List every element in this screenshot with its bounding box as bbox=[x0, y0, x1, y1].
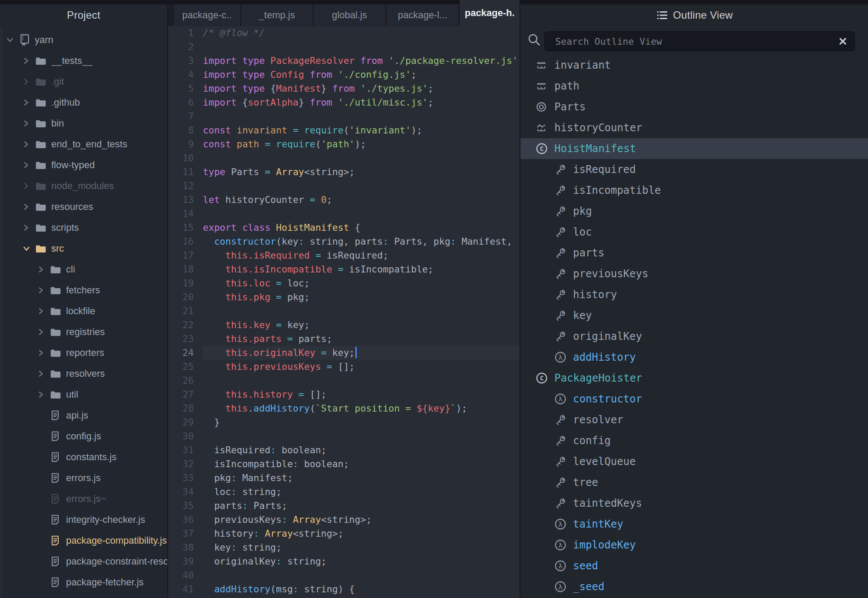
code-line-34[interactable]: 34 loc: string; bbox=[168, 485, 520, 499]
code-line-17[interactable]: 17 this.isRequired = isRequired; bbox=[168, 249, 520, 262]
tree-item-flow-typed[interactable]: flow-typed bbox=[0, 155, 167, 176]
code-line-28[interactable]: 28 this.addHistory(`Start position = ${k… bbox=[168, 402, 520, 415]
code-line-14[interactable]: 14 bbox=[168, 207, 520, 221]
code-line-12[interactable]: 12 bbox=[168, 179, 520, 193]
tree-item-yarn[interactable]: yarn bbox=[0, 30, 167, 50]
outline-item-pkg[interactable]: pkg bbox=[520, 201, 868, 222]
code-line-38[interactable]: 38 key: string; bbox=[168, 541, 520, 555]
chevron-right-icon[interactable] bbox=[36, 306, 50, 316]
code-line-21[interactable]: 21 bbox=[168, 304, 520, 318]
code-line-18[interactable]: 18 this.isIncompatible = isIncompatible; bbox=[168, 262, 520, 276]
code-line-33[interactable]: 33 pkg: Manifest; bbox=[168, 471, 520, 485]
outline-item-tree[interactable]: tree bbox=[520, 472, 868, 493]
code-line-30[interactable]: 30 bbox=[168, 429, 520, 443]
tree-item-end_to_end_tests[interactable]: end_to_end_tests bbox=[0, 134, 167, 155]
chevron-right-icon[interactable] bbox=[22, 223, 35, 233]
outline-item-constructor[interactable]: λconstructor bbox=[520, 389, 868, 409]
outline-item-key[interactable]: key bbox=[520, 305, 868, 326]
outline-item-taintKey[interactable]: λtaintKey bbox=[520, 514, 868, 535]
chevron-right-icon[interactable] bbox=[36, 265, 50, 274]
tree-item-package-constraint-resolver.js[interactable]: package-constraint-resolver.js bbox=[0, 551, 167, 572]
tree-item-util[interactable]: util bbox=[0, 384, 167, 405]
code-line-3[interactable]: 3import type PackageResolver from './pac… bbox=[168, 54, 520, 68]
chevron-down-icon[interactable] bbox=[5, 36, 18, 44]
tree-item-errors.js[interactable]: errors.js bbox=[0, 468, 167, 488]
outline-item-history[interactable]: history bbox=[520, 284, 868, 305]
code-line-5[interactable]: 5import type {Manifest} from './types.js… bbox=[168, 82, 520, 96]
outline-item-originalKey[interactable]: originalKey bbox=[520, 326, 868, 347]
code-line-6[interactable]: 6import {sortAlpha} from './util/misc.js… bbox=[168, 96, 520, 110]
outline-item-addHistory[interactable]: λaddHistory bbox=[520, 347, 868, 368]
code-line-27[interactable]: 27 this.history = []; bbox=[168, 388, 520, 402]
tree-item-fetchers[interactable]: fetchers bbox=[0, 280, 167, 301]
tree-item-__tests__[interactable]: __tests__ bbox=[0, 50, 167, 71]
tab-global.js[interactable]: global.js bbox=[314, 4, 386, 26]
chevron-right-icon[interactable] bbox=[36, 327, 50, 337]
code-line-15[interactable]: 15export class HoistManifest { bbox=[168, 221, 520, 235]
chevron-down-icon[interactable] bbox=[22, 244, 35, 253]
tree-item-resolvers[interactable]: resolvers bbox=[0, 363, 167, 384]
tree-item-node_modules[interactable]: node_modules bbox=[0, 176, 167, 196]
code-line-32[interactable]: 32 isIncompatible: boolean; bbox=[168, 457, 520, 471]
tab-_temp.js[interactable]: _temp.js bbox=[241, 4, 314, 26]
tree-item-registries[interactable]: registries bbox=[0, 322, 167, 342]
tree-item-integrity-checker.js[interactable]: integrity-checker.js bbox=[0, 509, 167, 530]
code-line-4[interactable]: 4import type Config from './config.js'; bbox=[168, 68, 520, 82]
clear-search-icon[interactable] bbox=[838, 37, 855, 46]
code-line-29[interactable]: 29 } bbox=[168, 415, 520, 429]
code-line-36[interactable]: 36 previousKeys: Array<string>; bbox=[168, 513, 520, 527]
code-line-10[interactable]: 10 bbox=[168, 151, 520, 165]
code-line-22[interactable]: 22 this.key = key; bbox=[168, 318, 520, 332]
chevron-right-icon[interactable] bbox=[22, 77, 35, 86]
tree-item-.github[interactable]: .github bbox=[0, 92, 167, 113]
outline-item-taintedKeys[interactable]: taintedKeys bbox=[520, 493, 868, 514]
code-line-20[interactable]: 20 this.pkg = pkg; bbox=[168, 290, 520, 304]
chevron-right-icon[interactable] bbox=[22, 119, 35, 128]
search-input[interactable] bbox=[545, 36, 838, 47]
chevron-right-icon[interactable] bbox=[22, 98, 35, 107]
tree-item-config.js[interactable]: config.js bbox=[0, 426, 167, 447]
code-line-26[interactable]: 26 bbox=[168, 374, 520, 388]
code-line-8[interactable]: 8const invariant = require('invariant'); bbox=[168, 123, 520, 137]
outline-item-_seed[interactable]: λ_seed bbox=[520, 576, 868, 597]
chevron-right-icon[interactable] bbox=[22, 181, 35, 191]
tree-item-cli[interactable]: cli bbox=[0, 259, 167, 280]
code-line-25[interactable]: 25 this.previousKeys = []; bbox=[168, 360, 520, 374]
outline-item-invariant[interactable]: invariant bbox=[520, 55, 868, 76]
outline-item-HoistManifest[interactable]: CHoistManifest bbox=[520, 138, 868, 159]
code-line-35[interactable]: 35 parts: Parts; bbox=[168, 499, 520, 513]
outline-item-PackageHoister[interactable]: CPackageHoister bbox=[520, 368, 868, 389]
chevron-right-icon[interactable] bbox=[22, 202, 35, 212]
chevron-right-icon[interactable] bbox=[36, 348, 50, 358]
outline-item-isIncompatible[interactable]: isIncompatible bbox=[520, 180, 868, 201]
outline-item-seed[interactable]: λseed bbox=[520, 555, 868, 576]
outline-item-loc[interactable]: loc bbox=[520, 222, 868, 243]
code-line-13[interactable]: 13let historyCounter = 0; bbox=[168, 193, 520, 207]
tree-item-.git[interactable]: .git bbox=[0, 71, 167, 92]
outline-item-resolver[interactable]: resolver bbox=[520, 409, 868, 430]
chevron-right-icon[interactable] bbox=[36, 286, 50, 295]
outline-item-historyCounter[interactable]: historyCounter bbox=[520, 117, 868, 138]
tree-item-bin[interactable]: bin bbox=[0, 113, 167, 134]
tab-package-l...[interactable]: package-l... bbox=[386, 4, 460, 26]
outline-item-previousKeys[interactable]: previousKeys bbox=[520, 263, 868, 284]
code-line-9[interactable]: 9const path = require('path'); bbox=[168, 137, 520, 151]
tree-item-errors.js~[interactable]: errors.js~ bbox=[0, 488, 167, 509]
code-line-24[interactable]: 24 this.originalKey = key; bbox=[168, 346, 520, 360]
outline-item-parts[interactable]: parts bbox=[520, 243, 868, 263]
tree-item-api.js[interactable]: api.js bbox=[0, 405, 167, 426]
chevron-right-icon[interactable] bbox=[36, 369, 50, 379]
code-line-31[interactable]: 31 isRequired: boolean; bbox=[168, 443, 520, 457]
code-line-7[interactable]: 7 bbox=[168, 110, 520, 123]
code-line-40[interactable]: 40 bbox=[168, 568, 520, 582]
code-area[interactable]: 1/* @flow */23import type PackageResolve… bbox=[168, 26, 520, 598]
code-line-41[interactable]: 41 addHistory(msg: string) { bbox=[168, 582, 520, 596]
tree-item-lockfile[interactable]: lockfile bbox=[0, 301, 167, 322]
chevron-right-icon[interactable] bbox=[22, 140, 35, 149]
tree-item-constants.js[interactable]: constants.js bbox=[0, 447, 167, 468]
tree-item-resources[interactable]: resources bbox=[0, 196, 167, 217]
code-line-1[interactable]: 1/* @flow */ bbox=[168, 26, 520, 40]
tree-item-reporters[interactable]: reporters bbox=[0, 342, 167, 363]
outline-item-levelQueue[interactable]: levelQueue bbox=[520, 451, 868, 472]
code-line-23[interactable]: 23 this.parts = parts; bbox=[168, 332, 520, 346]
